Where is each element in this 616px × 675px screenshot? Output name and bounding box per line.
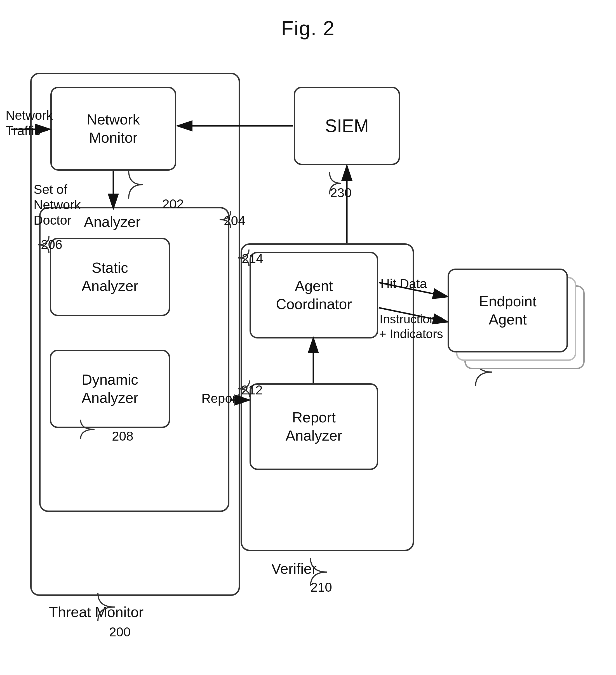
static-analyzer-label: Static Analyzer [82, 259, 138, 295]
static-analyzer-box: Static Analyzer [50, 238, 170, 316]
siem-box: SIEM [294, 87, 400, 165]
ref-208: 208 [112, 428, 134, 445]
report-analyzer-box: Report Analyzer [249, 383, 378, 470]
agent-coordinator-box: Agent Coordinator [249, 252, 378, 339]
hit-data-label: Hit Data [380, 276, 427, 292]
ref-204: 204 [224, 213, 245, 229]
ref-214: 214 [242, 250, 263, 267]
network-monitor-label: Network Monitor [87, 110, 140, 147]
set-network-doctor-label: Set of Network Doctor [33, 182, 81, 228]
ref-206: 206 [41, 236, 62, 253]
report-analyzer-label: Report Analyzer [286, 408, 342, 445]
analyzer-label: Analyzer [84, 213, 140, 232]
verifier-label: Verifier [272, 559, 317, 579]
endpoint-agent-label: Endpoint Agent [479, 292, 536, 329]
network-traffic-label: Network Traffic [6, 108, 53, 139]
ref-200: 200 [109, 624, 131, 641]
report-label: Report [202, 390, 240, 407]
dynamic-analyzer-label: Dynamic Analyzer [82, 371, 138, 407]
siem-label: SIEM [325, 115, 369, 137]
endpoint-agent-box: Endpoint Agent [448, 269, 568, 353]
ref-230: 230 [330, 184, 352, 202]
ref-202: 202 [162, 196, 184, 213]
network-monitor-box: Network Monitor [50, 87, 176, 171]
ref-210: 210 [311, 579, 332, 596]
dynamic-analyzer-box: Dynamic Analyzer [50, 350, 170, 428]
agent-coordinator-label: Agent Coordinator [276, 277, 352, 313]
figure-title: Fig. 2 [281, 17, 335, 40]
ref-212: 212 [241, 382, 263, 399]
instructions-indicators-label: Instructions + Indicators [379, 312, 443, 342]
threat-monitor-label: Threat Monitor [49, 603, 144, 622]
